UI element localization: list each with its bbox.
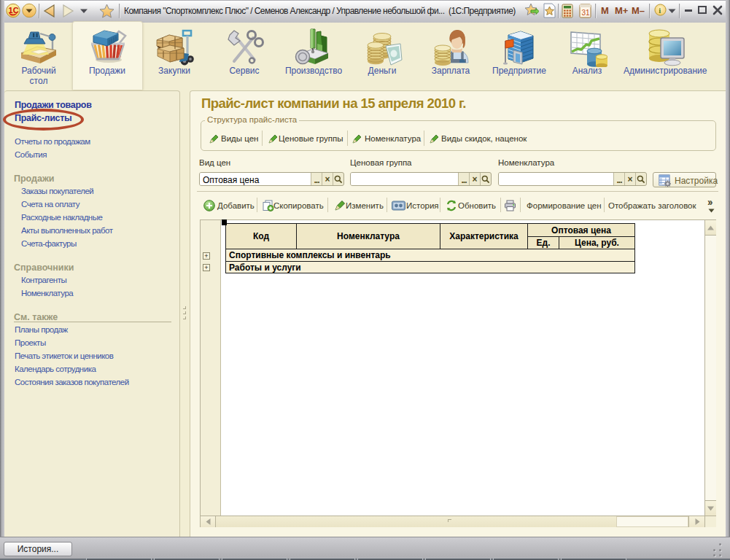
svg-text:i: i bbox=[659, 6, 661, 15]
svg-text:1C: 1C bbox=[9, 6, 19, 15]
svg-text:31: 31 bbox=[581, 9, 590, 17]
